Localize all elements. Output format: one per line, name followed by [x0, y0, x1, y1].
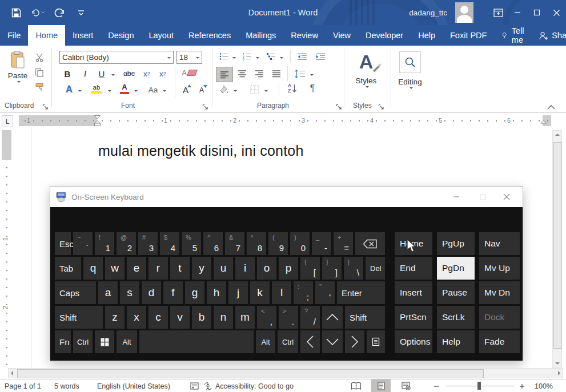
zoom-in-icon[interactable]: [517, 379, 527, 392]
paragraph-dialog-launcher-icon[interactable]: [336, 102, 343, 109]
tab-view[interactable]: View: [326, 25, 358, 46]
borders-icon[interactable]: [248, 83, 262, 96]
tab-stop-selector[interactable]: L: [2, 115, 13, 127]
osk-key-5[interactable]: %5: [182, 232, 201, 255]
undo-icon[interactable]: [31, 6, 45, 19]
scroll-down-icon[interactable]: [555, 362, 560, 365]
osk-key-n[interactable]: n: [214, 306, 233, 329]
osk-key-p[interactable]: p: [279, 257, 298, 280]
borders-chevron-icon[interactable]: [264, 90, 268, 94]
osk-key-end[interactable]: End: [395, 257, 432, 280]
tab-file[interactable]: File: [0, 25, 28, 46]
avatar[interactable]: [455, 2, 473, 23]
osk-key-alt[interactable]: Alt: [117, 330, 137, 353]
osk-key-4[interactable]: $4: [160, 232, 179, 255]
osk-close-button[interactable]: [495, 187, 518, 207]
osk-key-6[interactable]: ^6: [203, 232, 223, 255]
multilevel-list-icon[interactable]: [266, 50, 277, 63]
change-case-chevron-icon[interactable]: [163, 90, 166, 94]
osk-key-u[interactable]: u: [214, 257, 233, 280]
tab-developer[interactable]: Developer: [358, 25, 411, 46]
underline-chevron-icon[interactable]: [111, 74, 115, 78]
osk-key-enter[interactable]: Enter: [337, 281, 385, 304]
cut-icon[interactable]: [32, 51, 47, 64]
clear-formatting-icon[interactable]: A: [180, 66, 198, 79]
highlight-chevron-icon[interactable]: [108, 90, 111, 94]
osk-key-prtscn[interactable]: PrtScn: [395, 306, 432, 329]
indent-markers[interactable]: [94, 115, 101, 127]
osk-key-backspace[interactable]: [355, 232, 385, 255]
osk-key-l[interactable]: l: [272, 281, 291, 304]
web-layout-icon[interactable]: [398, 379, 415, 392]
show-paragraph-marks-button[interactable]: ¶: [306, 82, 319, 95]
osk-key-y[interactable]: y: [192, 257, 211, 280]
osk-minimize-button[interactable]: [445, 187, 468, 207]
redo-icon[interactable]: [53, 6, 66, 19]
osk-key-backslash[interactable]: |\: [344, 257, 363, 280]
osk-key-space[interactable]: [139, 330, 254, 353]
document-text[interactable]: mulai mengetik disini, ini contoh: [98, 143, 304, 159]
zoom-slider-thumb[interactable]: [477, 382, 481, 390]
osk-key-comma[interactable]: <,: [257, 306, 276, 329]
share-button[interactable]: Share: [533, 25, 566, 46]
numbering-icon[interactable]: 123: [242, 50, 253, 63]
accessibility-status[interactable]: Accessibility: Good to go: [215, 379, 294, 392]
osk-key-insert[interactable]: Insert: [395, 281, 432, 304]
osk-key-9[interactable]: (9: [268, 232, 288, 255]
osk-key-arrow-left[interactable]: [300, 330, 320, 353]
italic-button[interactable]: I: [79, 67, 91, 80]
osk-key-i[interactable]: i: [235, 257, 255, 280]
vertical-scrollbar[interactable]: [552, 130, 562, 368]
customize-quick-access-icon[interactable]: [74, 6, 88, 19]
font-size-select[interactable]: 18: [176, 51, 202, 64]
osk-key-c[interactable]: c: [148, 306, 168, 329]
osk-key-b[interactable]: b: [192, 306, 211, 329]
osk-key-minus[interactable]: _-: [312, 232, 331, 255]
shading-icon[interactable]: [217, 83, 231, 96]
horizontal-scroll-thumb[interactable]: [17, 369, 484, 378]
format-painter-icon[interactable]: [32, 81, 47, 94]
font-color-button[interactable]: A: [119, 82, 130, 95]
tab-home[interactable]: Home: [28, 25, 65, 46]
line-spacing-chevron-icon[interactable]: [310, 74, 314, 78]
osk-key-mv-up[interactable]: Mv Up: [479, 257, 520, 280]
osk-key-backtick[interactable]: ~`: [73, 232, 93, 255]
styles-dialog-launcher-icon[interactable]: [378, 102, 385, 109]
text-effects-button[interactable]: A: [63, 83, 75, 96]
zoom-out-icon[interactable]: [432, 379, 441, 392]
osk-key-options[interactable]: Options: [395, 330, 432, 353]
osk-key-h[interactable]: h: [207, 281, 226, 304]
tab-insert[interactable]: Insert: [65, 25, 101, 46]
osk-key-1[interactable]: !1: [95, 232, 114, 255]
font-color-chevron-icon[interactable]: [134, 90, 138, 94]
osk-key-scrlk[interactable]: ScrLk: [437, 306, 475, 329]
underline-button[interactable]: U: [96, 67, 107, 80]
osk-key-7[interactable]: &7: [225, 232, 244, 255]
osk-titlebar[interactable]: On-Screen Keyboard: [50, 187, 523, 207]
osk-key-ctrl-right[interactable]: Ctrl: [278, 330, 298, 353]
numbering-chevron-icon[interactable]: [256, 57, 259, 60]
multilevel-chevron-icon[interactable]: [280, 57, 283, 60]
osk-key-2[interactable]: @2: [117, 232, 136, 255]
osk-key-alt-right[interactable]: Alt: [256, 330, 275, 353]
styles-button[interactable]: A Styles: [348, 49, 384, 98]
tab-layout[interactable]: Layout: [141, 25, 181, 46]
editing-button[interactable]: Editing: [394, 51, 426, 97]
collapse-ribbon-icon[interactable]: [547, 102, 555, 112]
osk-key-nav[interactable]: Nav: [479, 232, 520, 255]
osk-key-bracket-right[interactable]: }]: [322, 257, 342, 280]
save-icon[interactable]: [9, 6, 23, 19]
osk-key-help[interactable]: Help: [437, 330, 475, 353]
zoom-level[interactable]: 100%: [535, 379, 553, 392]
osk-key-del[interactable]: Del: [366, 257, 385, 280]
align-center-button[interactable]: [235, 67, 249, 80]
osk-key-menu[interactable]: [367, 330, 385, 353]
shrink-font-button[interactable]: A: [195, 84, 208, 96]
ribbon-display-options-icon[interactable]: [488, 0, 508, 25]
osk-key-pgup[interactable]: PgUp: [437, 232, 475, 255]
shading-chevron-icon[interactable]: [234, 90, 237, 94]
osk-key-v[interactable]: v: [170, 306, 190, 329]
scroll-left-icon[interactable]: [11, 371, 13, 375]
copy-icon[interactable]: [32, 66, 47, 79]
osk-key-o[interactable]: o: [257, 257, 276, 280]
